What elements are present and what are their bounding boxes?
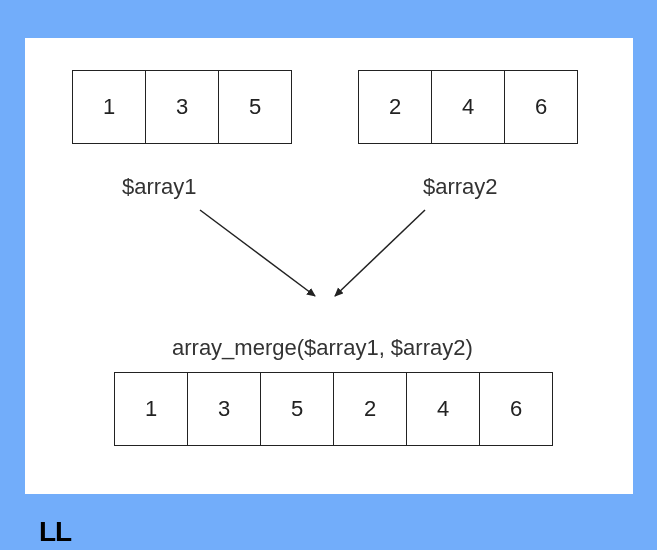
merged-cell-0: 1 xyxy=(114,372,188,446)
arrow-left-icon xyxy=(200,210,315,296)
merged-cell-5: 6 xyxy=(479,372,553,446)
merged-cell-2: 5 xyxy=(260,372,334,446)
watermark-icon: LL xyxy=(39,516,71,548)
merged-cell-3: 2 xyxy=(333,372,407,446)
diagram-panel: 1 3 5 $array1 2 4 6 $array2 array_merge(… xyxy=(25,38,633,494)
merge-function-label: array_merge($array1, $array2) xyxy=(172,335,473,361)
merged-array: 1 3 5 2 4 6 xyxy=(114,372,553,446)
arrow-right-icon xyxy=(335,210,425,296)
merged-cell-4: 4 xyxy=(406,372,480,446)
merged-cell-1: 3 xyxy=(187,372,261,446)
